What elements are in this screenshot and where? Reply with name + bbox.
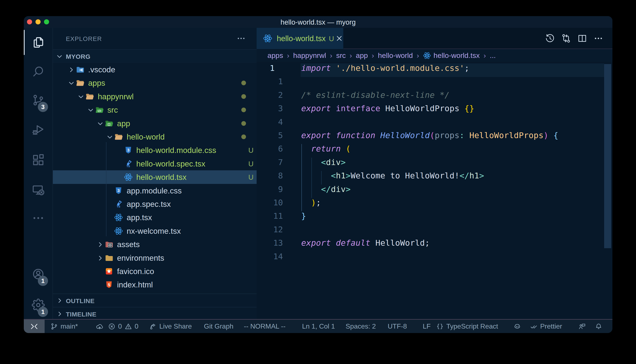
file-css-icon: 3 — [114, 186, 123, 195]
section-label: OUTLINE — [66, 294, 95, 307]
tree-item-label: hello-world.tsx — [136, 170, 186, 184]
section-outline[interactable]: OUTLINE — [53, 294, 257, 307]
more-actions-icon[interactable] — [590, 31, 606, 46]
folder-open-icon — [85, 92, 94, 101]
status-label: Prettier — [540, 322, 562, 330]
status-cursor-position[interactable]: Ln 1, Col 1 — [302, 320, 335, 333]
code-line-14: export default HelloWorld; — [301, 238, 430, 248]
braces-icon — [436, 323, 444, 330]
breadcrumb-item[interactable]: happynrwl — [293, 51, 326, 60]
tab-bar: hello-world.tsx U — [257, 28, 612, 49]
status-encoding[interactable]: UTF-8 — [388, 320, 407, 333]
tab-hello-world-tsx[interactable]: hello-world.tsx U — [257, 28, 343, 49]
chevron-down-icon — [96, 120, 105, 128]
remote-indicator[interactable] — [24, 320, 45, 333]
status-language-mode[interactable]: TypeScript React — [436, 320, 498, 333]
status-live-share[interactable]: Live Share — [149, 320, 192, 333]
breadcrumb-item[interactable]: hello-world — [378, 51, 413, 60]
tree-item-label: hello-world.spec.tsx — [136, 157, 205, 170]
status-eol[interactable]: LF — [423, 320, 431, 333]
status-publish[interactable] — [96, 320, 103, 333]
status-problems[interactable]: 00 — [108, 320, 138, 333]
tab-close-icon[interactable] — [335, 34, 343, 42]
tree-item-environments[interactable]: environments — [53, 251, 257, 265]
breadcrumb-item[interactable]: ... — [490, 51, 496, 60]
status-git-graph[interactable]: Git Graph — [204, 320, 234, 333]
line-number: 14 — [257, 252, 283, 261]
file-css-icon: 3 — [124, 146, 133, 155]
activity-extensions[interactable] — [24, 146, 53, 173]
tree-item-hello-world-spec-tsx[interactable]: TShello-world.spec.tsxU — [53, 157, 257, 170]
tab-git-status: U — [329, 28, 334, 49]
chevron-right-icon — [96, 254, 105, 262]
tree-item-hello-world-module-css[interactable]: 3hello-world.module.cssU — [53, 144, 257, 157]
open-changes-icon[interactable] — [558, 31, 574, 46]
workspace-section-header[interactable]: MYORG — [53, 49, 257, 63]
breadcrumb-separator: › — [330, 51, 332, 60]
line-number: 5 — [257, 131, 283, 140]
tree-item-index-html[interactable]: 5index.html — [53, 278, 257, 292]
status-vim-mode[interactable]: -- NORMAL -- — [244, 320, 286, 333]
tree-item-assets[interactable]: assets — [53, 238, 257, 251]
tree-item-app[interactable]: app — [53, 117, 257, 130]
workspace-name: MYORG — [66, 50, 91, 63]
timeline-history-icon[interactable] — [542, 31, 558, 46]
section-timeline[interactable]: TIMELINE — [53, 307, 257, 320]
activity-run-debug[interactable] — [24, 116, 53, 143]
activity-remote-explorer[interactable] — [24, 177, 53, 204]
tree-item-nx-welcome-tsx[interactable]: nx-welcome.tsx — [53, 224, 257, 238]
tree-item-label: assets — [117, 238, 140, 251]
tree-item-app-module-css[interactable]: 3app.module.css — [53, 184, 257, 198]
svg-text:3: 3 — [127, 148, 129, 152]
chevron-right-icon — [96, 240, 105, 249]
code-line-8: <div> — [301, 158, 346, 167]
breadcrumb-item[interactable]: apps — [268, 51, 283, 60]
line-number: 3 — [257, 104, 283, 113]
tree-item--vscode[interactable]: .vscode — [53, 63, 257, 76]
tree-item-apps[interactable]: apps — [53, 76, 257, 90]
tree-item-label: .vscode — [88, 63, 115, 76]
activity-settings[interactable] — [24, 292, 53, 318]
code-editor[interactable]: 1import './hello-world.module.css';12/* … — [257, 63, 612, 319]
tree-item-hello-world-tsx[interactable]: hello-world.tsxU — [53, 170, 257, 184]
folder-assets-icon — [105, 240, 113, 249]
tree-item-label: app.module.css — [127, 184, 182, 198]
folder-app-icon — [105, 119, 113, 128]
breadcrumb-item[interactable]: src — [336, 51, 346, 60]
status-notifications[interactable] — [595, 320, 602, 333]
breadcrumb-item[interactable]: hello-world.tsx — [423, 51, 480, 60]
scrollbar-slider[interactable] — [604, 64, 611, 248]
editor-actions — [542, 28, 606, 49]
activity-source-control[interactable] — [24, 87, 53, 114]
svg-text:3: 3 — [117, 188, 120, 193]
status-label: TypeScript React — [446, 322, 498, 330]
breadcrumb-separator: › — [484, 51, 486, 60]
tree-item-hello-world[interactable]: hello-world — [53, 130, 257, 144]
status-prettier[interactable]: Prettier — [530, 320, 562, 333]
line-number: 7 — [257, 158, 283, 167]
tree-item-app-tsx[interactable]: app.tsx — [53, 211, 257, 224]
activity-search[interactable] — [24, 58, 53, 85]
file-react-icon — [124, 173, 133, 182]
status-feedback[interactable] — [578, 320, 586, 333]
status-branch[interactable]: main* — [50, 320, 78, 333]
status-indentation[interactable]: Spaces: 2 — [346, 320, 376, 333]
tree-item-label: nx-welcome.tsx — [127, 224, 181, 238]
activity-explorer[interactable] — [24, 29, 53, 56]
explorer-more-actions-icon[interactable] — [237, 33, 248, 44]
split-editor-icon[interactable] — [574, 31, 590, 46]
status-label: 0 — [135, 322, 138, 330]
tree-item-happynrwl[interactable]: happynrwl — [53, 90, 257, 103]
activity-accounts[interactable] — [24, 261, 53, 288]
activity-more-views[interactable] — [24, 205, 53, 232]
code-line-1: import './hello-world.module.css'; — [301, 64, 469, 73]
status-copilot[interactable] — [513, 320, 521, 333]
vscode-window: hello-world.tsx — myorg 3 11 EXPLORER MY… — [24, 16, 612, 333]
tree-item-favicon-ico[interactable]: favicon.ico — [53, 264, 257, 278]
tree-item-src[interactable]: src — [53, 103, 257, 117]
tree-item-app-spec-tsx[interactable]: TSapp.spec.tsx — [53, 197, 257, 211]
breadcrumb-item[interactable]: app — [356, 51, 368, 60]
title-bar[interactable]: hello-world.tsx — myorg — [24, 16, 612, 28]
status-label: 0 — [118, 322, 122, 330]
git-modified-dot — [241, 94, 246, 99]
